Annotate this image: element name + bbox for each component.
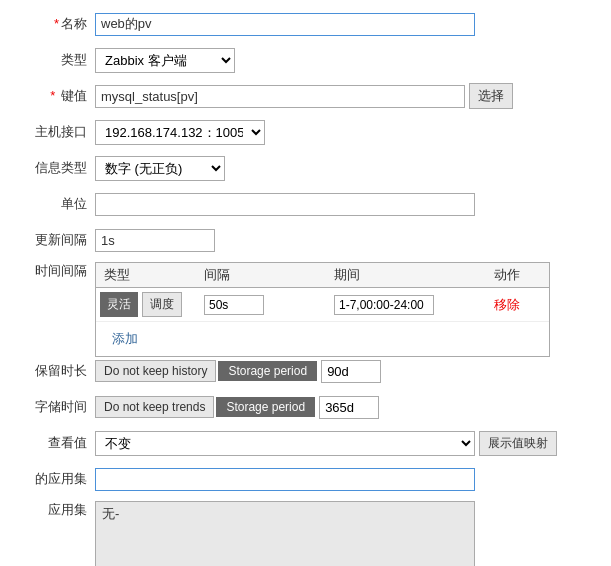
timing-table: 类型 间隔 期间 动作 灵活 调度 移除 bbox=[95, 262, 550, 357]
mapping-button[interactable]: 展示值映射 bbox=[479, 431, 557, 456]
name-row: *名称 bbox=[20, 10, 591, 38]
type-label: 类型 bbox=[20, 51, 95, 69]
display-label: 查看值 bbox=[20, 434, 95, 452]
flexible-button[interactable]: 灵活 bbox=[100, 292, 138, 317]
name-input[interactable] bbox=[95, 13, 475, 36]
type-row: 类型 Zabbix 客户端 bbox=[20, 46, 591, 74]
history-value-input[interactable] bbox=[321, 360, 381, 383]
timing-row: 时间间隔 类型 间隔 期间 动作 灵活 调度 移除 bbox=[20, 262, 591, 357]
key-input[interactable] bbox=[95, 85, 465, 108]
form-container: *名称 类型 Zabbix 客户端 * 键值 选择 主机接口 192.168.1… bbox=[0, 0, 611, 566]
history-no-keep-button[interactable]: Do not keep history bbox=[95, 360, 216, 382]
timing-period-cell bbox=[326, 295, 486, 315]
timing-label: 时间间隔 bbox=[20, 262, 95, 280]
remove-link[interactable]: 移除 bbox=[494, 297, 520, 312]
timing-col-period-header: 期间 bbox=[326, 266, 486, 284]
timing-action-cell: 移除 bbox=[486, 296, 549, 314]
appset-list-item: 无- bbox=[96, 502, 474, 526]
trends-no-keep-button[interactable]: Do not keep trends bbox=[95, 396, 214, 418]
add-row: 添加 bbox=[96, 322, 549, 356]
trends-label: 字储时间 bbox=[20, 398, 95, 416]
interval-label: 更新间隔 bbox=[20, 231, 95, 249]
new-appset-label: 的应用集 bbox=[20, 470, 95, 488]
timing-col-interval-header: 间隔 bbox=[196, 266, 326, 284]
trends-storage-period-button[interactable]: Storage period bbox=[216, 397, 315, 417]
display-select[interactable]: 不变 bbox=[95, 431, 475, 456]
timing-interval-cell bbox=[196, 295, 326, 315]
key-required-star: * bbox=[50, 88, 55, 103]
new-appset-row: 的应用集 bbox=[20, 465, 591, 493]
interval-row: 更新间隔 bbox=[20, 226, 591, 254]
appset-row: 应用集 无- bbox=[20, 501, 591, 566]
host-label: 主机接口 bbox=[20, 123, 95, 141]
appset-list[interactable]: 无- bbox=[95, 501, 475, 566]
infotype-select[interactable]: 数字 (无正负) bbox=[95, 156, 225, 181]
display-row: 查看值 不变 展示值映射 bbox=[20, 429, 591, 457]
key-select-button[interactable]: 选择 bbox=[469, 83, 513, 109]
history-storage-period-button[interactable]: Storage period bbox=[218, 361, 317, 381]
host-row: 主机接口 192.168.174.132：10050 bbox=[20, 118, 591, 146]
timing-data-row: 灵活 调度 移除 bbox=[96, 288, 549, 322]
host-select[interactable]: 192.168.174.132：10050 bbox=[95, 120, 265, 145]
appset-label: 应用集 bbox=[20, 501, 95, 519]
name-label: *名称 bbox=[20, 15, 95, 33]
unit-input[interactable] bbox=[95, 193, 475, 216]
type-select[interactable]: Zabbix 客户端 bbox=[95, 48, 235, 73]
history-row: 保留时长 Do not keep history Storage period bbox=[20, 357, 591, 385]
new-appset-input[interactable] bbox=[95, 468, 475, 491]
timing-header: 类型 间隔 期间 动作 bbox=[96, 263, 549, 288]
history-label: 保留时长 bbox=[20, 362, 95, 380]
key-row: * 键值 选择 bbox=[20, 82, 591, 110]
timing-col-type-header: 类型 bbox=[96, 266, 196, 284]
key-label: * 键值 bbox=[20, 87, 95, 105]
timing-period-input[interactable] bbox=[334, 295, 434, 315]
schedule-button[interactable]: 调度 bbox=[142, 292, 182, 317]
timing-col-action-header: 动作 bbox=[486, 266, 549, 284]
required-star: * bbox=[54, 16, 59, 31]
trends-value-input[interactable] bbox=[319, 396, 379, 419]
interval-input[interactable] bbox=[95, 229, 215, 252]
infotype-label: 信息类型 bbox=[20, 159, 95, 177]
timing-type-cell: 灵活 调度 bbox=[96, 292, 196, 317]
unit-row: 单位 bbox=[20, 190, 591, 218]
unit-label: 单位 bbox=[20, 195, 95, 213]
infotype-row: 信息类型 数字 (无正负) bbox=[20, 154, 591, 182]
timing-interval-input[interactable] bbox=[204, 295, 264, 315]
trends-row: 字储时间 Do not keep trends Storage period bbox=[20, 393, 591, 421]
add-link[interactable]: 添加 bbox=[104, 326, 146, 352]
